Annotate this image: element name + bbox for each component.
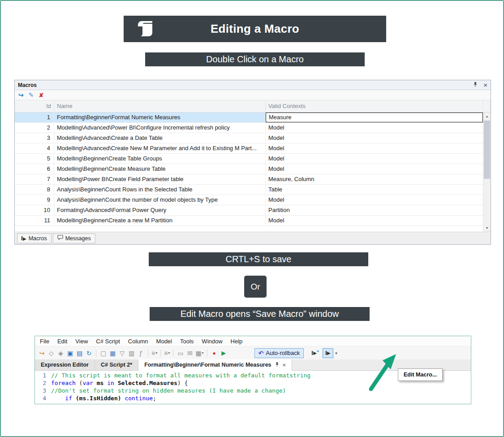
menu-edit[interactable]: Edit	[53, 336, 71, 346]
code-line: 3 //Don't set format string on hidden me…	[35, 387, 471, 394]
column-header-id[interactable]: Id	[15, 100, 54, 112]
save-icon[interactable]: ▣	[65, 348, 75, 358]
edit-macro-pencil-icon[interactable]: ✎	[29, 92, 34, 98]
table-row[interactable]: 8 Analysis\Beginner\Count Rows in the Se…	[15, 185, 483, 195]
menu-view[interactable]: View	[71, 336, 92, 346]
pin-icon[interactable]	[473, 82, 478, 89]
run-macro-icon[interactable]: ↪	[18, 92, 24, 98]
line-number: 4	[35, 394, 51, 402]
layout-dropdown[interactable]: ▦▾	[194, 348, 204, 358]
frame-icon[interactable]: ▭	[176, 348, 185, 358]
table-row[interactable]: 6 Modelling\Beginner\Create Measure Tabl…	[15, 164, 483, 174]
model-cube-icon[interactable]: ◇	[47, 348, 56, 358]
cell-contexts: Table	[266, 185, 483, 195]
column-header-name[interactable]: Name	[54, 100, 266, 112]
cell-contexts-focused[interactable]: Measure	[266, 112, 483, 122]
chevron-down-icon: ▾	[202, 351, 204, 355]
table-row[interactable]: 2 Modelling\Advanced\Power BI\Configure …	[15, 123, 483, 133]
edit-macro-dropdown-caret[interactable]: ▾	[335, 351, 337, 355]
cell-contexts: Measure, Column	[266, 174, 483, 184]
line-number: 2	[35, 379, 51, 387]
step-banner-label: Edit Macro opens “Save Macro” window	[181, 309, 339, 319]
run-script-icon[interactable]: ▶	[219, 348, 228, 358]
toolbar-separator	[173, 350, 173, 357]
menu-csharp-script[interactable]: C# Script	[92, 336, 124, 346]
tab-macros[interactable]: ▶ Macros	[17, 234, 52, 243]
step-banner-edit-macro: Edit Macro opens “Save Macro” window	[150, 307, 370, 321]
table-row[interactable]: 10 Formating\Advanced\Format Power Query…	[15, 205, 483, 216]
editor-toolbar: ↪ ◇ ◈ ▣ ▤ ↻ ▢ ▦ ▽ ▥ ƒ ≡▾ ≡▾ ▭ ✉ ▦▾ ● ▶ ↶	[35, 346, 471, 359]
save-macro-icon[interactable]: ▶+	[311, 348, 320, 358]
scroll-up-icon[interactable]: ▲	[483, 112, 491, 120]
menu-bar: File Edit View C# Script Column Model To…	[35, 336, 471, 346]
code-text: // This script is meant to format all me…	[51, 372, 310, 379]
scrollbar-track[interactable]	[483, 120, 491, 224]
edit-macro-tooltip: Edit Macro...	[398, 368, 443, 381]
messages-tab-icon	[57, 235, 63, 242]
tab-messages-label: Messages	[65, 235, 91, 242]
tab-label: C# Script 2*	[101, 362, 132, 368]
column-header-valid-contexts[interactable]: Valid Contexts	[266, 100, 483, 112]
cell-id: 11	[15, 216, 54, 225]
tab-csharp-script-2[interactable]: C# Script 2*	[95, 359, 138, 370]
format-dax-icon[interactable]: ƒ	[136, 348, 146, 358]
menu-file[interactable]: File	[36, 336, 53, 346]
save-all-icon[interactable]: ▤	[75, 348, 84, 358]
close-icon[interactable]: ×	[483, 82, 487, 88]
perspective-dropdown[interactable]: ≡▾	[163, 348, 171, 358]
sort-list-dropdown[interactable]: ≡▾	[151, 348, 158, 358]
cell-id: 2	[15, 123, 54, 133]
step-banner-label: Double Click on a Macro	[206, 54, 304, 65]
cell-contexts: Model	[266, 195, 483, 205]
filter-icon[interactable]: ▽	[117, 348, 127, 358]
grid-header: Id Name Valid Contexts	[15, 100, 491, 112]
menu-help[interactable]: Help	[227, 336, 247, 346]
macros-panel: Macros × ↪ ✎ ✘ Id Name Valid Contexts	[14, 80, 491, 245]
menu-model[interactable]: Model	[152, 336, 176, 346]
table-row[interactable]: 4 Modelling\Advanced\Create New M Parame…	[15, 143, 483, 154]
menu-column[interactable]: Column	[124, 336, 152, 346]
auto-rollback-button[interactable]: ↶ Auto-rollback	[254, 348, 304, 358]
cell-contexts: Model	[266, 216, 483, 225]
chevron-down-icon: ▾	[155, 351, 157, 355]
record-icon[interactable]: ●	[210, 348, 219, 358]
scroll-down-icon[interactable]: ▼	[483, 224, 491, 232]
table-icon[interactable]: ▦	[108, 348, 117, 358]
tab-expression-editor[interactable]: Expression Editor	[35, 359, 95, 370]
deploy-icon[interactable]: ◈	[56, 348, 65, 358]
tab-macros-label: Macros	[29, 235, 47, 242]
edit-macro-button[interactable]: ▶	[323, 348, 333, 358]
cell-name: Modelling\Beginner\Create Measure Table	[54, 164, 266, 174]
table-row[interactable]: 3 Modelling\Advanced\Create a Date Table…	[15, 133, 483, 143]
table-row[interactable]: 9 Analysis\Beginner\Count the number of …	[15, 195, 483, 205]
menu-window[interactable]: Window	[198, 336, 226, 346]
line-number: 3	[35, 387, 51, 394]
table-row[interactable]: 7 Modelling\Power BI\Create Field Parame…	[15, 174, 483, 185]
scrollbar-thumb[interactable]	[484, 121, 490, 179]
pin-icon[interactable]	[275, 362, 280, 368]
macros-panel-titlebar: Macros ×	[15, 80, 491, 90]
cell-id: 10	[15, 205, 54, 215]
tooltip-label: Edit Macro...	[404, 372, 437, 378]
cell-id: 4	[15, 143, 54, 153]
close-icon[interactable]: ×	[283, 362, 286, 368]
cell-contexts: Partition	[266, 205, 483, 215]
macros-panel-title: Macros	[18, 82, 37, 88]
vertical-scrollbar[interactable]: ▲ ▼	[483, 112, 491, 232]
line-number: 1	[35, 372, 51, 379]
menu-tools[interactable]: Tools	[176, 336, 198, 346]
delete-macro-icon[interactable]: ✘	[39, 92, 43, 98]
columns-icon[interactable]: ▥	[127, 348, 136, 358]
tab-messages[interactable]: Messages	[53, 234, 95, 243]
chevron-down-icon: ▾	[168, 351, 170, 355]
code-text: foreach (var ms in Selected.Measures) {	[51, 379, 188, 387]
macros-grid: Id Name Valid Contexts 1 Formatting\Begi…	[15, 100, 491, 232]
messages-icon[interactable]: ✉	[185, 348, 194, 358]
tab-format-numeric-measures[interactable]: Formatting\Beginner\Format Numeric Measu…	[138, 359, 292, 371]
table-row-selected[interactable]: 1 Formatting\Beginner\Format Numeric Mea…	[15, 112, 483, 123]
table-row[interactable]: 5 Modelling\Beginner\Create Table Groups…	[15, 154, 483, 164]
open-file-icon[interactable]: ↪	[37, 348, 47, 358]
new-document-icon[interactable]: ▢	[99, 348, 108, 358]
table-row[interactable]: 11 Modelling\Beginner\Create a new M Par…	[15, 216, 483, 226]
refresh-icon[interactable]: ↻	[84, 348, 94, 358]
